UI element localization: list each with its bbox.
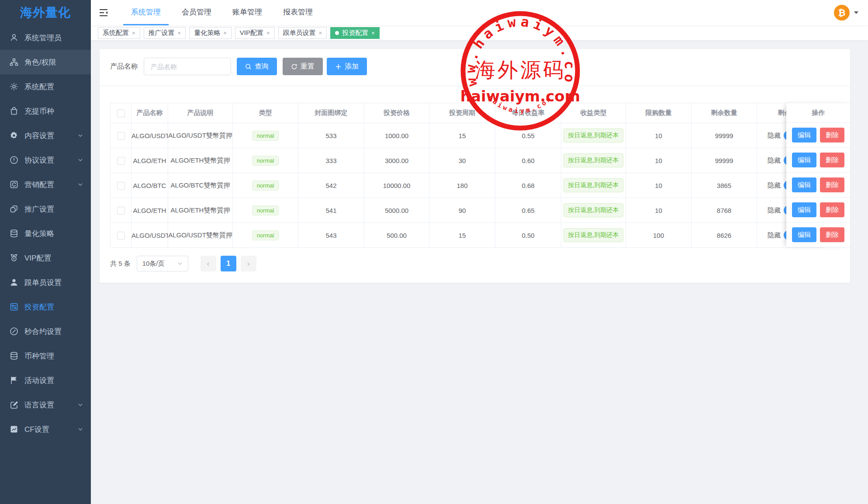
topnav-tab-member[interactable]: 会员管理 (171, 0, 222, 25)
medal-icon (10, 254, 18, 262)
sidebar-item-invest[interactable]: 投资配置 (0, 295, 91, 319)
cell-remain: 99999 (692, 148, 757, 173)
tag-follower[interactable]: 跟单员设置 × (278, 27, 327, 39)
row-actions: 编辑 删除 (786, 173, 850, 198)
hidden-label: 隐藏 (768, 206, 781, 215)
page-1-button[interactable]: 1 (221, 256, 236, 271)
sidebar-item-quant[interactable]: 量化策略 (0, 221, 91, 246)
sidebar-item-sysconfig[interactable]: 系统配置 (0, 74, 91, 99)
delete-button[interactable]: 删除 (820, 227, 844, 242)
cell-limit: 10 (626, 148, 692, 173)
delete-button[interactable]: 删除 (820, 153, 844, 167)
sidebar-item-label: VIP配置 (24, 253, 51, 263)
close-icon[interactable]: × (371, 30, 375, 36)
type-badge: normal (252, 205, 279, 216)
user-solid-icon (10, 278, 18, 287)
page-buttons: ‹ 1 › (201, 256, 256, 271)
sidebar-item-roles[interactable]: 角色/权限 (0, 50, 91, 74)
chevron-down-icon (78, 133, 83, 138)
cell-rate: 0.68 (495, 173, 561, 198)
chevron-down-icon (78, 182, 83, 187)
close-icon[interactable]: × (178, 30, 181, 36)
sidebar-item-language[interactable]: 语言设置 (0, 393, 91, 417)
tag-label: 跟单员设置 (283, 29, 316, 37)
prev-page-button[interactable]: ‹ (201, 256, 216, 271)
database-icon (10, 229, 18, 238)
cell-price: 10000.00 (364, 173, 429, 198)
tag-promotion[interactable]: 推广设置 × (144, 27, 186, 39)
avatar[interactable]: ₿ (834, 5, 850, 21)
chevron-down-icon (78, 427, 83, 432)
sidebar-item-cf[interactable]: CF设置 (0, 417, 91, 441)
user-menu[interactable]: ₿ (834, 5, 858, 21)
product-name-input[interactable] (144, 58, 231, 75)
sidebar-fold-icon[interactable] (99, 8, 108, 17)
tag-quant[interactable]: 量化策略 × (189, 27, 232, 39)
sidebar-item-coins[interactable]: 充提币种 (0, 99, 91, 123)
edit-button[interactable]: 编辑 (792, 202, 816, 217)
row-checkbox[interactable] (117, 182, 125, 190)
hidden-label: 隐藏 (768, 156, 781, 165)
search-button[interactable]: 查询 (237, 58, 277, 75)
close-icon[interactable]: × (132, 30, 135, 36)
sidebar-item-label: 活动设置 (24, 375, 54, 386)
cell-name: ALGO/ETH (131, 198, 168, 223)
sidebar-item-promotion[interactable]: 推广设置 (0, 197, 91, 221)
row-checkbox[interactable] (117, 157, 125, 165)
col-type: 类型 (233, 103, 298, 123)
page-size-select[interactable]: 10条/页 (137, 256, 188, 271)
cell-cover: 541 (298, 198, 364, 223)
add-button[interactable]: 添加 (327, 58, 367, 75)
edit-button[interactable]: 编辑 (792, 227, 816, 242)
col-income: 收益类型 (561, 103, 626, 123)
income-type-badge: 按日返息,到期还本 (564, 178, 624, 192)
table-row: ALGO/BTC ALGO/BTC雙幣質押 normal 542 10000.0… (111, 173, 825, 198)
tag-invest-active[interactable]: 投资配置 × (330, 27, 380, 39)
col-rate: 每日收益率 (495, 103, 561, 123)
sidebar-item-activity[interactable]: 活动设置 (0, 368, 91, 393)
table-header-row: 产品名称 产品说明 类型 封面图绑定 投资价格 投资周期 每日收益率 收益类型 … (111, 103, 825, 123)
sidebar-item-label: 推广设置 (24, 204, 54, 214)
sidebar-item-agreement[interactable]: 协议设置 (0, 148, 91, 172)
tag-sysconfig[interactable]: 系统配置 × (98, 27, 140, 39)
sidebar-item-follower[interactable]: 跟单员设置 (0, 270, 91, 295)
row-checkbox[interactable] (117, 232, 125, 240)
next-page-button[interactable]: › (241, 256, 256, 271)
tag-vip[interactable]: VIP配置 × (235, 27, 275, 39)
close-icon[interactable]: × (223, 30, 227, 36)
close-icon[interactable]: × (266, 30, 270, 36)
add-button-label: 添加 (345, 62, 359, 71)
delete-button[interactable]: 删除 (820, 128, 844, 143)
topnav-tab-billing[interactable]: 账单管理 (222, 0, 273, 25)
edit-button[interactable]: 编辑 (792, 128, 816, 143)
cell-period: 15 (429, 223, 495, 248)
row-checkbox[interactable] (117, 132, 125, 140)
cell-rate: 0.60 (495, 148, 561, 173)
cell-remain: 8626 (692, 223, 757, 248)
cell-limit: 10 (626, 173, 692, 198)
select-all-checkbox[interactable] (117, 109, 125, 117)
hidden-label: 隐藏 (768, 132, 781, 140)
sidebar-item-contract[interactable]: 秒合约设置 (0, 319, 91, 344)
close-icon[interactable]: × (319, 30, 322, 36)
type-badge: normal (252, 230, 279, 240)
reset-button[interactable]: 重置 (283, 58, 323, 75)
filter-label: 产品名称 (110, 62, 138, 71)
sidebar-item-marketing[interactable]: 营销配置 (0, 172, 91, 197)
sidebar-item-admin[interactable]: 系统管理员 (0, 25, 91, 50)
delete-button[interactable]: 删除 (820, 177, 844, 192)
cell-price: 1000.00 (364, 123, 429, 148)
topnav-tab-system[interactable]: 系统管理 (121, 0, 171, 25)
caret-down-icon[interactable] (854, 11, 858, 16)
sidebar-item-vip[interactable]: VIP配置 (0, 246, 91, 270)
tag-label: 投资配置 (342, 29, 368, 37)
edit-button[interactable]: 编辑 (792, 177, 816, 192)
topnav-tab-report[interactable]: 报表管理 (273, 0, 323, 25)
pagination: 共 5 条 10条/页 ‹ 1 › (110, 256, 840, 271)
edit-button[interactable]: 编辑 (792, 153, 816, 167)
row-checkbox[interactable] (117, 207, 125, 215)
cell-price: 500.00 (364, 223, 429, 248)
sidebar-item-currency[interactable]: 币种管理 (0, 344, 91, 368)
sidebar-item-content[interactable]: 内容设置 (0, 123, 91, 148)
delete-button[interactable]: 删除 (820, 202, 844, 217)
